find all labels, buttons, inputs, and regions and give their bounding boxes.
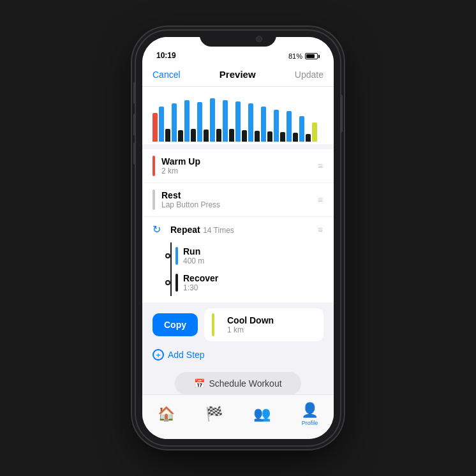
chart-bar <box>261 107 266 142</box>
repeat-children: Run 400 m Recover 1:30 <box>142 242 334 302</box>
chart-bar <box>204 130 209 142</box>
add-step-label[interactable]: Add Step <box>168 350 205 360</box>
chart-bar <box>267 131 272 142</box>
chart-bar <box>293 133 298 142</box>
warm-up-title: Warm Up <box>161 156 200 167</box>
tab-group[interactable]: 👥 <box>253 406 271 422</box>
chart-bar <box>280 132 285 142</box>
recover-subtitle: 1:30 <box>183 283 218 292</box>
warm-up-subtitle: 2 km <box>161 167 200 175</box>
cool-down-subtitle: 1 km <box>227 325 274 334</box>
copy-button[interactable]: Copy <box>152 313 198 336</box>
rest-item[interactable]: Rest Lap Button Press ≡ <box>142 183 334 216</box>
profile-icon: 👤 <box>301 402 318 419</box>
run-color <box>175 247 178 265</box>
workout-chart <box>142 87 334 144</box>
flag-icon: 🏁 <box>205 406 223 422</box>
group-icon: 👥 <box>253 406 271 422</box>
phone-frame: 10:19 81% Cancel Preview Update <box>136 31 340 445</box>
rest-drag-handle[interactable]: ≡ <box>318 195 324 205</box>
run-subtitle: 400 m <box>183 257 204 265</box>
rest-title: Rest <box>161 190 220 200</box>
run-dot <box>165 253 170 258</box>
repeat-icon: ↻ <box>152 223 165 236</box>
battery-percent: 81% <box>288 52 302 60</box>
repeat-drag-handle[interactable]: ≡ <box>318 225 324 235</box>
chart-bar <box>235 101 241 142</box>
recover-item[interactable]: Recover 1:30 <box>165 269 324 296</box>
chart-bar <box>255 131 260 142</box>
chart-bar <box>172 103 177 142</box>
schedule-label: Schedule Workout <box>209 378 281 389</box>
tab-workouts[interactable]: 🏁 <box>205 406 223 422</box>
chart-bar <box>229 129 234 142</box>
add-step-icon: + <box>152 349 164 361</box>
cool-down-title: Cool Down <box>227 315 274 325</box>
chart-bar <box>152 113 158 142</box>
phone-screen: 10:19 81% Cancel Preview Update <box>142 37 334 439</box>
chart-bar <box>191 129 196 142</box>
chart-bar <box>223 100 228 142</box>
chart-bar <box>184 100 190 142</box>
repeat-section[interactable]: ↻ Repeat 14 Times ≡ <box>142 217 334 302</box>
recover-color <box>175 274 178 292</box>
status-time: 10:19 <box>156 51 176 60</box>
update-button[interactable]: Update <box>295 70 324 80</box>
copy-cooldown-row: Copy Cool Down 1 km <box>142 303 334 346</box>
add-step-row[interactable]: + Add Step <box>142 346 334 366</box>
warm-up-color <box>152 156 155 176</box>
chart-bar <box>312 123 317 142</box>
chart-bar <box>165 129 170 142</box>
status-right: 81% <box>288 52 320 60</box>
workout-list: Warm Up 2 km ≡ Rest Lap Button Press <box>142 144 334 394</box>
profile-label: Profile <box>302 420 318 426</box>
run-item[interactable]: Run 400 m <box>165 242 324 269</box>
chart-bar <box>286 111 292 142</box>
chart-bar <box>197 102 202 142</box>
content-scroll[interactable]: Warm Up 2 km ≡ Rest Lap Button Press <box>142 144 334 394</box>
cancel-button[interactable]: Cancel <box>152 70 181 80</box>
rest-color <box>152 190 155 210</box>
run-title: Run <box>183 246 204 257</box>
rest-subtitle: Lap Button Press <box>161 200 220 209</box>
vertical-line <box>170 242 172 296</box>
tab-home[interactable]: 🏠 <box>158 406 175 422</box>
tab-profile[interactable]: 👤 Profile <box>301 402 318 426</box>
home-icon: 🏠 <box>158 406 175 422</box>
chart-bar <box>242 130 247 142</box>
nav-title: Preview <box>219 69 256 80</box>
nav-bar: Cancel Preview Update <box>142 63 334 87</box>
schedule-icon: 📅 <box>194 378 205 389</box>
recover-dot <box>165 280 170 285</box>
schedule-section: 📅 Schedule Workout <box>142 366 334 394</box>
recover-title: Recover <box>183 273 218 283</box>
repeat-title: Repeat <box>170 225 200 235</box>
repeat-subtitle: 14 Times <box>203 226 234 235</box>
tab-bar: 🏠 🏁 👥 👤 Profile <box>142 394 334 439</box>
chart-bar <box>178 130 183 142</box>
chart-bar <box>274 110 279 142</box>
notch-camera <box>256 36 262 42</box>
warm-up-drag-handle[interactable]: ≡ <box>318 161 324 171</box>
notch <box>200 31 276 47</box>
schedule-button[interactable]: 📅 Schedule Workout <box>175 372 301 394</box>
warm-up-item[interactable]: Warm Up 2 km ≡ <box>142 149 334 182</box>
chart-bar <box>306 134 311 142</box>
chart-bar <box>210 98 215 142</box>
battery-icon <box>305 53 320 59</box>
chart-bar <box>248 103 253 142</box>
chart-bar <box>159 107 164 142</box>
chart-bar <box>299 116 304 142</box>
chart-bar <box>216 129 221 142</box>
cool-down-color <box>212 313 214 336</box>
